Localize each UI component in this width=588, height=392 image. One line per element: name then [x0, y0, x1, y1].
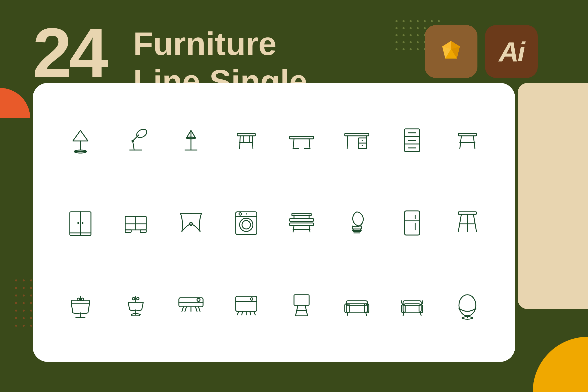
svg-rect-31	[345, 133, 369, 136]
svg-point-119	[251, 298, 253, 300]
svg-rect-112	[236, 296, 257, 311]
wall-ac-icon	[171, 285, 211, 325]
svg-line-129	[347, 313, 348, 316]
svg-point-94	[81, 298, 84, 301]
svg-line-86	[473, 214, 476, 231]
wardrobe-icon	[60, 202, 101, 242]
svg-line-130	[366, 313, 366, 316]
sofa-icon	[337, 285, 377, 325]
illustrator-app-icon: Ai	[485, 25, 538, 78]
svg-line-85	[458, 214, 461, 231]
filing-cabinet-icon	[392, 119, 432, 160]
svg-point-52	[82, 222, 83, 224]
svg-line-12	[133, 141, 134, 150]
easel-icon	[447, 202, 487, 242]
svg-line-117	[250, 311, 251, 315]
svg-point-65	[239, 213, 241, 215]
svg-line-107	[185, 307, 186, 311]
svg-rect-56	[125, 230, 131, 232]
svg-line-28	[309, 139, 310, 149]
app-icons-container: Ai	[425, 25, 538, 78]
svg-rect-57	[140, 230, 146, 232]
svg-line-114	[237, 311, 239, 315]
svg-line-135	[403, 313, 404, 316]
svg-point-51	[77, 222, 79, 224]
desk-icon	[337, 119, 377, 160]
icon-row-2	[53, 202, 495, 242]
park-bench-icon	[281, 202, 322, 242]
stool-icon	[447, 119, 487, 160]
pedestal-sink-icon	[116, 285, 156, 325]
svg-line-109	[195, 307, 197, 311]
svg-point-15	[131, 140, 134, 142]
lightbulb-icon	[337, 202, 377, 242]
side-table-icon	[226, 119, 266, 160]
svg-line-115	[242, 311, 243, 315]
wall-sink-icon	[60, 285, 101, 325]
svg-line-13	[133, 135, 139, 141]
icon-row-1	[53, 119, 495, 160]
svg-point-66	[246, 213, 247, 215]
svg-point-99	[137, 298, 139, 300]
svg-line-70	[309, 225, 310, 232]
podium-icon	[281, 285, 322, 325]
svg-line-106	[182, 307, 183, 311]
svg-line-32	[347, 136, 348, 149]
svg-line-136	[421, 313, 421, 316]
svg-line-69	[293, 225, 294, 232]
refrigerator-icon	[392, 202, 432, 242]
floor-lamp-icon	[171, 119, 211, 160]
header-number: 24	[33, 18, 106, 88]
svg-rect-44	[458, 133, 476, 136]
svg-line-27	[293, 139, 294, 149]
ai-label: Ai	[499, 36, 524, 68]
table-lamp-icon	[60, 119, 101, 160]
svg-line-110	[199, 307, 200, 311]
desk-lamp-icon	[116, 119, 156, 160]
tv-stand-icon	[116, 202, 156, 242]
floor-ac-icon	[226, 285, 266, 325]
curtains-icon	[171, 202, 211, 242]
sketch-icon	[437, 39, 465, 64]
svg-point-36	[362, 140, 363, 141]
header-title-line1: Furniture	[133, 25, 307, 63]
svg-point-98	[132, 298, 135, 300]
svg-point-93	[77, 298, 80, 301]
icon-panel	[33, 83, 515, 362]
svg-rect-67	[289, 219, 314, 221]
svg-rect-74	[292, 213, 311, 216]
svg-marker-9	[73, 130, 88, 141]
icon-row-3	[53, 285, 495, 325]
armchair-icon	[392, 285, 432, 325]
decorative-beige-rect	[518, 83, 588, 309]
svg-rect-132	[403, 301, 421, 305]
svg-rect-26	[289, 136, 314, 139]
svg-point-63	[242, 221, 251, 229]
svg-line-118	[254, 311, 255, 315]
svg-point-111	[197, 298, 200, 301]
svg-point-37	[362, 145, 363, 146]
svg-rect-120	[294, 295, 309, 305]
svg-rect-68	[289, 223, 314, 225]
svg-rect-80	[405, 211, 420, 235]
svg-rect-20	[237, 133, 255, 136]
svg-point-14	[135, 128, 148, 139]
dining-table-icon	[281, 119, 322, 160]
washing-machine-icon	[226, 202, 266, 242]
egg-chair-icon	[447, 285, 487, 325]
sketch-app-icon	[425, 25, 477, 78]
